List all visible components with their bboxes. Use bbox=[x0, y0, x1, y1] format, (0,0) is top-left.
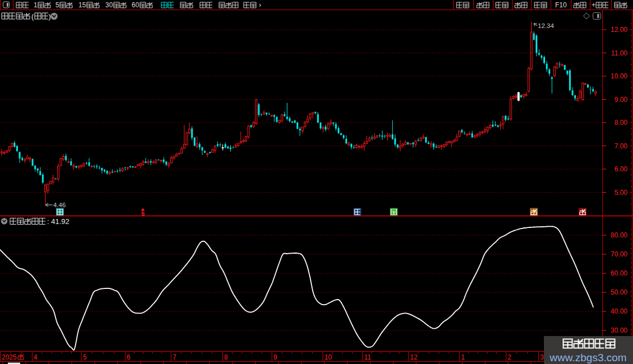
svg-text:10: 10 bbox=[324, 353, 332, 361]
svg-text:: 41.92: : 41.92 bbox=[47, 217, 69, 226]
svg-text:s: s bbox=[141, 209, 145, 217]
svg-text:1: 1 bbox=[461, 353, 465, 361]
svg-text:4.46: 4.46 bbox=[53, 202, 66, 208]
svg-text:1: 1 bbox=[34, 1, 38, 9]
svg-text:40.00: 40.00 bbox=[611, 307, 627, 315]
svg-text:9: 9 bbox=[273, 353, 277, 361]
svg-text:5.00: 5.00 bbox=[615, 189, 628, 197]
svg-text:11: 11 bbox=[364, 353, 371, 361]
svg-text:3: 3 bbox=[540, 353, 544, 361]
svg-text:15: 15 bbox=[78, 1, 86, 9]
svg-text:30: 30 bbox=[105, 1, 113, 9]
svg-text:60: 60 bbox=[132, 1, 139, 9]
svg-text:12: 12 bbox=[410, 353, 418, 361]
svg-text:5: 5 bbox=[55, 1, 59, 9]
svg-text:F10: F10 bbox=[555, 1, 567, 9]
svg-text:(: ( bbox=[31, 12, 34, 21]
svg-text:5: 5 bbox=[83, 353, 87, 361]
svg-text:7.00: 7.00 bbox=[615, 142, 628, 150]
svg-text:www.zbgs3.com: www.zbgs3.com bbox=[549, 352, 626, 363]
svg-text:12.00: 12.00 bbox=[611, 26, 627, 34]
svg-text:70.00: 70.00 bbox=[611, 250, 627, 258]
svg-text:50.00: 50.00 bbox=[611, 288, 627, 296]
svg-text:›: › bbox=[259, 1, 261, 9]
svg-text:30.00: 30.00 bbox=[611, 326, 627, 334]
svg-text:80.00: 80.00 bbox=[611, 231, 627, 239]
svg-text:2: 2 bbox=[508, 353, 511, 361]
svg-text:9.00: 9.00 bbox=[615, 96, 628, 104]
svg-text:): ) bbox=[49, 12, 51, 21]
svg-text:60.00: 60.00 bbox=[611, 269, 627, 277]
svg-text:8.00: 8.00 bbox=[615, 119, 628, 127]
svg-text:6.00: 6.00 bbox=[615, 165, 628, 173]
svg-text:2025: 2025 bbox=[2, 353, 17, 361]
svg-text:10.00: 10.00 bbox=[611, 72, 627, 80]
svg-text:7: 7 bbox=[173, 353, 176, 361]
svg-text:12.34: 12.34 bbox=[538, 22, 554, 29]
svg-text:6: 6 bbox=[127, 353, 131, 361]
svg-text:4: 4 bbox=[34, 353, 38, 361]
svg-text:11.00: 11.00 bbox=[611, 49, 627, 57]
svg-text:8: 8 bbox=[224, 353, 228, 361]
svg-text:+: + bbox=[592, 1, 595, 9]
